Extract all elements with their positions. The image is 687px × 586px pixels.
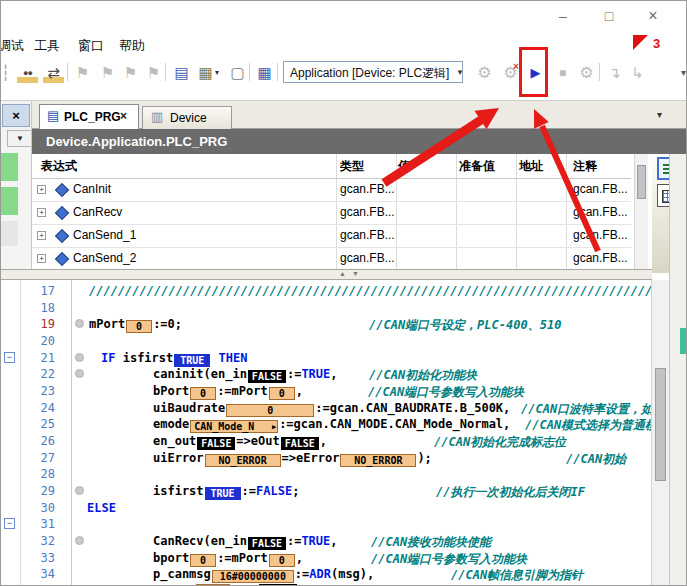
variable-icon [55,206,69,220]
type-cell: gcan.FB... [340,201,395,224]
comment-text: //CAN帧信息引脚为指针 [451,567,583,584]
device-config-icon[interactable]: ▦ [254,63,275,83]
fold-marker-icon[interactable]: − [4,352,15,363]
search-icon[interactable]: ●● [17,63,38,83]
login-icon[interactable]: ⚙ [474,63,495,83]
line-number: 22 [29,367,55,381]
tab-overflow-icon[interactable]: ▾ [657,109,662,120]
row-expander-icon[interactable]: + [37,208,46,217]
line-number: 21 [29,351,55,365]
expression-cell: CanRecv [73,201,122,224]
breakpoint-tools-icon[interactable]: ⚙ [576,63,597,83]
message-flag-icon[interactable] [633,35,648,50]
line-number: 31 [29,517,55,531]
monitor-value-box: 0 [269,387,295,400]
code-text: IF isfirstTRUE THEN [101,351,247,367]
panel-close-button[interactable]: × [2,104,30,127]
maximize-button[interactable]: □ [598,7,620,25]
step-over-icon[interactable]: ↴ [604,63,625,83]
fold-marker-icon[interactable]: − [4,518,15,529]
menu-window[interactable]: 窗口 [78,37,104,55]
bookmark-next-icon[interactable]: ⚑ [120,63,141,83]
variable-icon [55,229,69,243]
monitor-false-box: FALSE [281,437,319,450]
menu-help[interactable]: 帮助 [119,37,145,55]
editor-scrollbar[interactable] [651,280,669,586]
bookmark-icon[interactable]: ⚑ [72,63,93,83]
toolbar-separator [67,63,68,81]
scrollbar-thumb[interactable] [637,165,646,199]
step-into-icon[interactable]: ↳ [627,63,648,83]
tab-close-icon[interactable]: × [120,109,127,123]
variable-icon [55,183,69,197]
statement-bullet-icon [75,486,84,495]
code-text: isfirstTRUE:=FALSE; [153,484,299,500]
expression-cell: CanSend_1 [73,224,136,247]
line-number: 33 [29,551,55,565]
toolbar-separator [249,63,250,81]
monitor-true-box: TRUE [174,354,210,367]
monitor-value-box: 0 [269,554,295,567]
comment-text: ////////////////////////////////////////… [89,284,652,298]
line-number: 27 [29,451,55,465]
splitter-down-icon[interactable]: ▼ [352,270,359,277]
code-text: caninit(en_inFALSE:=TRUE, [153,367,338,383]
menu-tools[interactable]: 工具 [34,37,60,55]
properties-icon[interactable]: ▤ [171,63,192,83]
enum-expand-icon[interactable]: ▶ [272,421,276,433]
monitor-enum-box[interactable]: CAN_Mode_N▶ [190,420,278,433]
monitor-false-box: FALSE [248,537,286,550]
comment-cell: gcan.FB... [573,201,628,224]
active-application-combo[interactable]: Application [Device: PLC逻辑] [283,61,463,83]
st-code-editor[interactable]: 17//////////////////////////////////////… [1,280,652,586]
monitor-true-box: TRUE [205,487,241,500]
row-expander-icon[interactable]: + [37,254,46,263]
document-path-bar: Device.Application.PLC_PRG [32,129,687,154]
device-status-gray-icon [1,221,18,246]
right-edge-strip [669,154,687,586]
line-number: 25 [29,417,55,431]
splitter-up-icon[interactable]: ▲ [339,270,346,277]
grid-line [396,154,397,270]
tab-plc-prg[interactable]: ▤ PLC_PRG × [39,104,139,129]
toolbar-separator [165,63,166,81]
minimize-button[interactable]: – [552,7,574,25]
code-text: emodeCAN_Mode_N▶:=gcan.CAN_MODE.CAN_Mode… [153,417,510,433]
column-header-prepared: 准备值 [459,154,495,178]
statement-bullet-icon [75,536,84,545]
row-expander-icon[interactable]: + [37,231,46,240]
tab-device[interactable]: ▥ Device [142,106,232,129]
pane-splitter[interactable] [1,269,652,280]
column-header-type: 类型 [340,154,364,178]
monitor-value-box: 0 [190,387,216,400]
bookmark-clear-icon[interactable]: ⚑ [143,63,164,83]
toolbar-separator [277,63,278,81]
scrollbar-thumb[interactable] [655,368,666,481]
stop-icon[interactable]: ■ [552,63,573,83]
comment-text: //CAN接收功能块使能 [371,534,491,551]
panel-dropdown-button[interactable]: ▼ [7,130,33,147]
monitor-value-box: 0 [190,554,216,567]
replace-icon[interactable]: ⇄ [43,63,64,83]
new-object-dropdown-icon[interactable]: ▾ [212,63,222,83]
table-scrollbar[interactable] [634,154,648,270]
toolbar-overflow-icon[interactable]: ▾ [673,63,687,83]
bookmark-previous-icon[interactable]: ⚑ [97,63,118,83]
combo-dropdown-icon[interactable]: ▾ [453,61,467,83]
row-expander-icon[interactable]: + [37,185,46,194]
grid-line [516,154,517,270]
column-header-expression: 表达式 [41,154,77,178]
comment-cell: gcan.FB... [573,178,628,201]
close-button[interactable]: × [642,7,664,25]
message-flag-count: 3 [653,36,660,51]
comment-text: //CAN初始化完成标志位 [434,434,566,451]
menu-debug[interactable]: 调试 [0,37,24,55]
line-number: 28 [29,467,55,481]
tab-label: PLC_PRG [64,110,121,124]
code-text: ELSE [87,501,116,515]
statement-bullet-icon [75,353,84,362]
comment-text: //CAN端口号参数写入功能块 [371,551,527,568]
line-number: 18 [29,301,55,315]
code-text: CanRecv(en_inFALSE:=TRUE, [153,534,338,550]
new-file-icon[interactable]: ▢ [227,63,248,83]
